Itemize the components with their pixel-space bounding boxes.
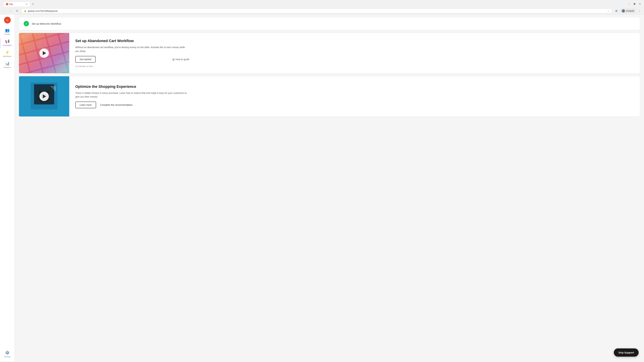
extensions-button[interactable]: ⊞ xyxy=(614,8,619,13)
shopping-experience-thumbnail[interactable] xyxy=(19,76,69,116)
sidebar-item-settings[interactable]: ⚙️ Settings xyxy=(1,349,14,359)
logo-face-icon: ☺ xyxy=(4,17,11,23)
incognito-icon: 👤 xyxy=(622,9,625,12)
app-container: ☺ 👥 People 📢 Campaigns ⚡ Workflows 📊 Ana… xyxy=(0,14,644,361)
learn-more-button[interactable]: Learn more xyxy=(75,102,96,108)
get-started-button[interactable]: Get started xyxy=(75,56,96,63)
workflows-icon: ⚡ xyxy=(5,50,10,55)
campaigns-label: Campaigns xyxy=(3,44,12,46)
play-triangle-icon-2 xyxy=(43,94,46,98)
back-button[interactable]: ‹ xyxy=(2,8,7,13)
maximize-button[interactable]: ▣ xyxy=(632,2,636,6)
how-to-guide-label: How-to guide xyxy=(176,58,190,61)
analytics-label: Analytics xyxy=(4,66,11,68)
settings-icon: ⚙️ xyxy=(5,351,10,355)
how-to-guide-link[interactable]: ▤ How-to guide xyxy=(172,58,190,61)
tab-close-btn[interactable]: ✕ xyxy=(26,3,28,5)
sidebar: ☺ 👥 People 📢 Campaigns ⚡ Workflows 📊 Ana… xyxy=(0,14,15,361)
window-controls: ─ ▣ ✕ xyxy=(627,2,642,6)
incognito-label: Incognito xyxy=(626,10,634,12)
forward-button[interactable]: › xyxy=(8,8,13,13)
campaigns-icon: 📢 xyxy=(5,39,10,43)
check-circle-icon: ✓ xyxy=(24,21,29,26)
main-content: ✓ Set up Welcome Workflow xyxy=(15,14,644,361)
play-button-abandoned-cart[interactable] xyxy=(40,48,49,58)
time-estimate: 15 minutes or less xyxy=(75,65,189,67)
people-icon: 👥 xyxy=(5,28,10,32)
app-logo[interactable]: ☺ xyxy=(4,16,11,24)
shopping-experience-content: Optimize the Shopping Experience There i… xyxy=(69,76,196,116)
analytics-icon: 📊 xyxy=(5,61,10,66)
new-tab-button[interactable]: + xyxy=(30,2,35,6)
tab-label: Drip xyxy=(9,3,13,5)
shopping-experience-description: There is hidden friction in every purcha… xyxy=(75,91,189,99)
shopping-experience-actions: Learn more Complete this recommendation xyxy=(75,102,189,108)
shopping-experience-card: Optimize the Shopping Experience There i… xyxy=(19,76,640,117)
shopping-experience-title: Optimize the Shopping Experience xyxy=(75,84,189,89)
address-bar[interactable]: 🔒 getdrip.com/7641396/playbook ☆ xyxy=(21,8,612,13)
play-button-shopping[interactable] xyxy=(40,92,49,101)
play-triangle-icon xyxy=(43,51,46,55)
sidebar-item-workflows[interactable]: ⚡ Workflows xyxy=(1,49,14,59)
drip-support-label: Drip Support xyxy=(618,351,634,354)
abandoned-cart-card: Set up Abandoned Cart Workflow Without a… xyxy=(19,33,640,73)
abandoned-cart-content: Set up Abandoned Cart Workflow Without a… xyxy=(69,33,196,73)
reload-button[interactable]: ↻ xyxy=(15,8,20,13)
tab-favicon: D xyxy=(6,3,8,5)
url-text: getdrip.com/7641396/playbook xyxy=(28,10,606,12)
abandoned-cart-title: Set up Abandoned Cart Workflow xyxy=(75,39,189,43)
browser-chrome: D Drip ✕ + ─ ▣ ✕ ‹ › ↻ 🔒 getdrip.com/764… xyxy=(0,0,644,14)
browser-tab[interactable]: D Drip ✕ xyxy=(3,2,30,6)
drip-support-button[interactable]: Drip Support xyxy=(614,349,639,357)
abandoned-cart-description: Without an abandoned cart workflow, you'… xyxy=(75,45,189,53)
sidebar-item-campaigns[interactable]: 📢 Campaigns xyxy=(1,37,14,48)
menu-button[interactable]: ⋮ xyxy=(637,8,642,13)
abandoned-cart-actions: Get started ▤ How-to guide xyxy=(75,56,189,63)
settings-label: Settings xyxy=(4,356,11,358)
people-label: People xyxy=(4,33,10,35)
minimize-button[interactable]: ─ xyxy=(627,2,631,6)
workflows-label: Workflows xyxy=(3,55,12,57)
close-window-button[interactable]: ✕ xyxy=(638,2,642,6)
completed-workflow-text: Set up Welcome Workflow xyxy=(32,22,61,25)
bookmark-icon[interactable]: ☆ xyxy=(607,9,610,12)
lock-icon: 🔒 xyxy=(24,10,26,12)
sidebar-item-people[interactable]: 👥 People xyxy=(1,26,14,37)
sidebar-item-analytics[interactable]: 📊 Analytics xyxy=(1,60,14,70)
incognito-indicator: 👤 Incognito xyxy=(620,8,636,13)
completed-workflow-card: ✓ Set up Welcome Workflow xyxy=(19,17,640,30)
abandoned-cart-thumbnail[interactable] xyxy=(19,33,69,73)
guide-icon: ▤ xyxy=(172,58,174,61)
complete-recommendation-link[interactable]: Complete this recommendation xyxy=(100,104,133,106)
